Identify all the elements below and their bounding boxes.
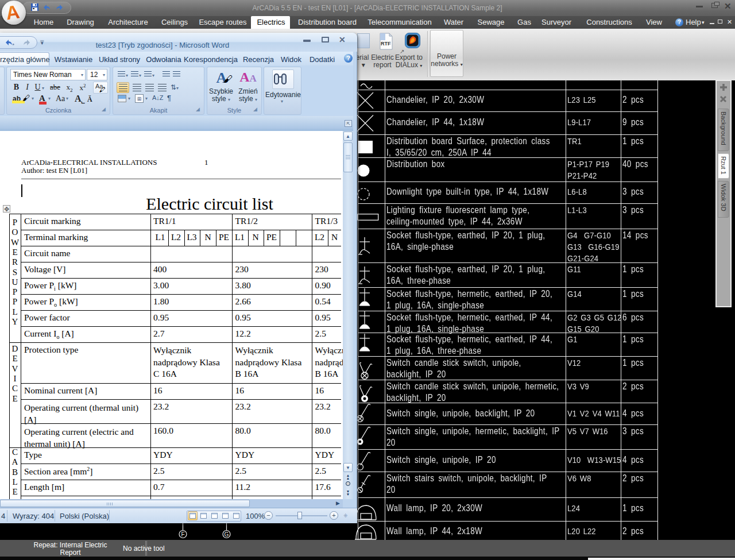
svg-text:G: G: [225, 531, 229, 538]
svg-text:F: F: [181, 531, 184, 538]
svg-text:RTF: RTF: [381, 41, 391, 47]
